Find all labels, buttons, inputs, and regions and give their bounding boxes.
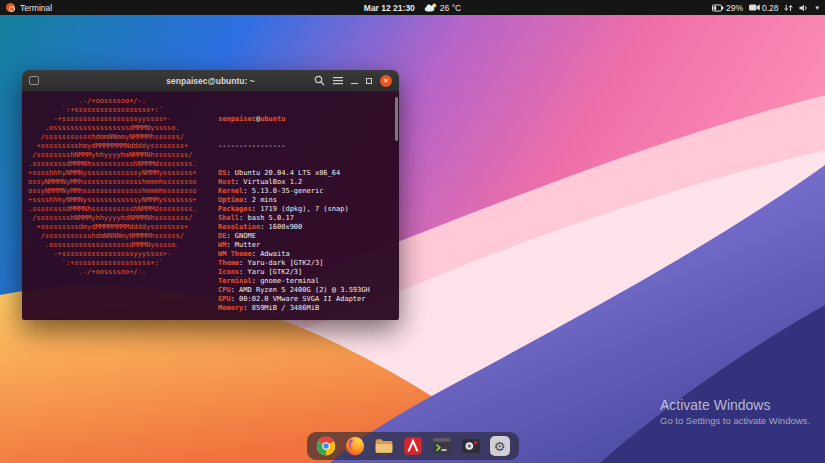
clock-menu[interactable]: Mar 12 21:30 26 °C — [364, 3, 461, 13]
neofetch-entry: Icons: Yaru [GTK2/3] — [218, 268, 370, 277]
recorder-value-label: 0.28 — [762, 3, 779, 13]
watermark-subtitle: Go to Settings to activate Windows. — [660, 415, 810, 426]
terminal-tab-icon[interactable] — [29, 76, 39, 85]
firefox-icon[interactable] — [345, 436, 365, 456]
neofetch-entry: Memory: 859MiB / 3486MiB — [218, 304, 370, 313]
cloud-icon — [424, 3, 437, 12]
clock-label: Mar 12 21:30 — [364, 3, 415, 13]
caret-down-icon: ▾ — [815, 4, 819, 12]
neofetch-entry: GPU: 00:02.0 VMware SVGA II Adapter — [218, 295, 370, 304]
neofetch-entry: WM: Mutter — [218, 241, 370, 250]
files-icon[interactable] — [374, 436, 394, 456]
neofetch-entry: DE: GNOME — [218, 232, 370, 241]
temperature-label: 26 °C — [440, 3, 461, 13]
maximize-button[interactable] — [366, 78, 372, 84]
neofetch-entry: Theme: Yaru-dark [GTK2/3] — [218, 259, 370, 268]
neofetch-entry: WM Theme: Adwaita — [218, 250, 370, 259]
volume-icon — [799, 4, 809, 12]
neofetch-entry: Terminal: gnome-terminal — [218, 277, 370, 286]
terminal-scrollbar[interactable] — [394, 95, 398, 317]
search-icon[interactable] — [314, 75, 325, 86]
close-button[interactable]: ✕ — [380, 75, 392, 87]
active-app-name: Terminal — [20, 3, 52, 13]
window-title: senpaisec@ubuntu: ~ — [166, 76, 254, 86]
neofetch-output: senpaisec@ubuntu ---------------- OS: Ub… — [218, 97, 370, 320]
chrome-icon[interactable] — [316, 436, 336, 456]
desktop: Terminal Mar 12 21:30 26 °C — [0, 0, 825, 463]
scrollbar-thumb[interactable] — [395, 97, 398, 141]
neofetch-separator: ---------------- — [218, 142, 370, 151]
active-app[interactable]: Terminal — [6, 3, 52, 13]
neofetch-entry: Shell: bash 5.0.17 — [218, 214, 370, 223]
gear-icon: ⚙ — [494, 440, 506, 453]
terminal-titlebar[interactable]: senpaisec@ubuntu: ~ ✕ — [22, 70, 399, 92]
neofetch-entry: OS: Ubuntu 20.04.4 LTS x86_64 — [218, 169, 370, 178]
camera-icon[interactable] — [461, 436, 481, 456]
weather-widget[interactable]: 26 °C — [424, 3, 461, 13]
network-icon — [784, 4, 793, 12]
ubuntu-logo-icon — [6, 3, 15, 12]
menu-icon[interactable] — [333, 76, 343, 85]
neofetch-title: senpaisec@ubuntu — [218, 115, 370, 124]
neofetch-entries: OS: Ubuntu 20.04.4 LTS x86_64Host: Virtu… — [218, 169, 370, 313]
watermark-title: Activate Windows — [660, 397, 810, 413]
top-bar: Terminal Mar 12 21:30 26 °C — [0, 0, 825, 15]
battery-percent-label: 29% — [726, 3, 743, 13]
dock: ⚙ — [307, 432, 519, 460]
battery-icon — [712, 4, 724, 12]
neofetch-entry: CPU: AMD Ryzen 5 2400G (2) @ 3.593GH — [218, 286, 370, 295]
ascii-art: .-/+oossssoo+/-. `:+ssssssssssssssssss+:… — [28, 97, 204, 320]
recorder-status: 0.28 — [749, 3, 779, 13]
terminal-content[interactable]: .-/+oossssoo+/-. `:+ssssssssssssssssss+:… — [22, 92, 399, 320]
minimize-button[interactable] — [351, 77, 358, 84]
neofetch-entry: Kernel: 5.13.0-35-generic — [218, 187, 370, 196]
neofetch-entry: Packages: 1719 (dpkg), 7 (snap) — [218, 205, 370, 214]
settings-icon[interactable]: ⚙ — [490, 436, 510, 456]
battery-status: 29% — [712, 3, 743, 13]
terminal-icon[interactable] — [432, 436, 452, 456]
system-status-area[interactable]: 29% 0.28 ▾ — [712, 3, 819, 13]
terminal-window: senpaisec@ubuntu: ~ ✕ .-/+oossss — [22, 70, 399, 320]
neofetch-entry: Resolution: 1600x900 — [218, 223, 370, 232]
red-app-icon[interactable] — [403, 436, 423, 456]
neofetch-entry: Uptime: 2 mins — [218, 196, 370, 205]
recorder-icon — [749, 4, 760, 11]
neofetch-entry: Host: VirtualBox 1.2 — [218, 178, 370, 187]
activate-windows-watermark: Activate Windows Go to Settings to activ… — [660, 397, 810, 426]
